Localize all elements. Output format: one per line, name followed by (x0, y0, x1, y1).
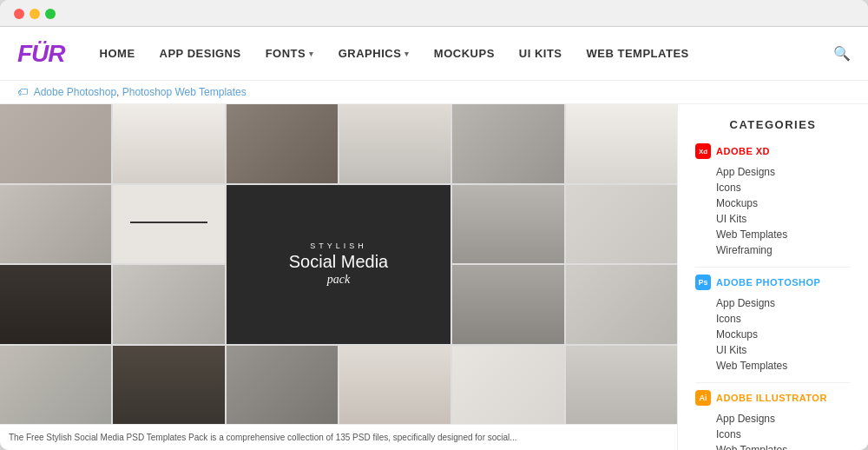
grid-cell-6 (566, 104, 677, 183)
chevron-down-icon: ▾ (309, 50, 314, 58)
xd-icons[interactable]: Icons (716, 180, 851, 195)
browser-window: FÜR HOME APP DESIGNS FONTS ▾ GRAPHICS ▾ … (0, 0, 868, 450)
browser-content: FÜR HOME APP DESIGNS FONTS ▾ GRAPHICS ▾ … (0, 27, 868, 450)
xd-mockups[interactable]: Mockups (716, 195, 851, 211)
hero-pack: pack (289, 273, 389, 287)
category-header-ai: Ai ADOBE ILLUSTRATOR (695, 390, 851, 406)
breadcrumb-link-web-templates[interactable]: Photoshop Web Templates (122, 86, 247, 98)
grid-cell-2 (113, 104, 224, 183)
grid-cell-12 (0, 265, 111, 344)
browser-chrome (0, 0, 868, 27)
search-icon[interactable]: 🔍 (833, 45, 851, 62)
xd-wireframing[interactable]: Wireframing (716, 242, 851, 258)
chevron-down-icon: ▾ (404, 50, 410, 58)
grid-cell-13 (113, 265, 224, 344)
image-grid: STYLISH Social Media pack (0, 104, 677, 424)
breadcrumb: 🏷 Adobe Photoshop, Photoshop Web Templat… (0, 81, 868, 104)
nav-item-fonts[interactable]: FONTS ▾ (266, 47, 314, 60)
nav-item-app-designs[interactable]: APP DESIGNS (160, 47, 241, 60)
grid-cell-hero: STYLISH Social Media pack (227, 185, 451, 344)
category-header-ps: Ps ADOBE PHOTOSHOP (695, 275, 851, 290)
ps-mockups[interactable]: Mockups (716, 327, 851, 342)
breadcrumb-link-photoshop[interactable]: Adobe Photoshop (34, 86, 116, 98)
grid-cell-21 (566, 346, 677, 425)
adobe-ai-badge: Ai (695, 390, 711, 406)
nav-item-mockups[interactable]: MOCKUPS (434, 47, 495, 60)
grid-cell-7 (0, 185, 111, 264)
xd-app-designs[interactable]: App Designs (716, 164, 851, 180)
grid-cell-5 (452, 104, 563, 183)
description-text: The Free Stylish Social Media PSD Templa… (0, 424, 677, 450)
tag-icon: 🏷 (17, 86, 28, 98)
nav-label-graphics: GRAPHICS (339, 47, 402, 60)
divider-2 (695, 382, 851, 383)
sidebar: CATEGORIES Xd ADOBE XD App Designs Icons… (677, 104, 868, 450)
ps-ui-kits[interactable]: UI Kits (716, 342, 851, 358)
category-items-xd: App Designs Icons Mockups UI Kits Web Te… (695, 164, 851, 258)
grid-cell-18 (227, 346, 338, 425)
grid-cell-8 (113, 185, 224, 264)
ai-app-designs[interactable]: App Designs (716, 411, 851, 427)
nav-item-web-templates[interactable]: WEB TEMPLATES (587, 47, 689, 60)
category-name-ps[interactable]: ADOBE PHOTOSHOP (716, 277, 820, 288)
sidebar-title: CATEGORIES (695, 118, 851, 131)
ai-icons[interactable]: Icons (716, 427, 851, 442)
grid-cell-4 (339, 104, 450, 183)
grid-cell-14 (452, 265, 563, 344)
grid-cell-20 (452, 346, 563, 425)
logo[interactable]: FÜR (17, 40, 65, 68)
close-button[interactable] (14, 9, 24, 19)
minimize-button[interactable] (30, 9, 40, 19)
grid-cell-15 (566, 265, 677, 344)
category-items-ps: App Designs Icons Mockups UI Kits Web Te… (695, 295, 851, 374)
nav-label-fonts: FONTS (266, 47, 306, 60)
category-group-ps: Ps ADOBE PHOTOSHOP App Designs Icons Moc… (695, 275, 851, 374)
category-name-ai[interactable]: ADOBE ILLUSTRATOR (716, 393, 827, 403)
social-media-pack-collage: STYLISH Social Media pack (0, 104, 677, 450)
content-area: STYLISH Social Media pack (0, 104, 677, 450)
nav-item-graphics[interactable]: GRAPHICS ▾ (339, 47, 410, 60)
category-group-xd: Xd ADOBE XD App Designs Icons Mockups UI… (695, 143, 851, 258)
ps-app-designs[interactable]: App Designs (716, 295, 851, 311)
maximize-button[interactable] (45, 9, 56, 19)
grid-cell-1 (0, 104, 111, 183)
grid-cell-19 (339, 346, 450, 425)
nav-item-ui-kits[interactable]: UI KITS (519, 47, 562, 60)
xd-ui-kits[interactable]: UI Kits (716, 211, 851, 227)
grid-cell-3 (227, 104, 338, 183)
category-header-xd: Xd ADOBE XD (695, 143, 851, 159)
ps-icons[interactable]: Icons (716, 311, 851, 327)
category-name-xd[interactable]: ADOBE XD (716, 146, 770, 156)
hero-social-media: Social Media (289, 252, 389, 271)
category-group-ai: Ai ADOBE ILLUSTRATOR App Designs Icons W… (695, 390, 851, 450)
ai-web-templates[interactable]: Web Templates (716, 442, 851, 450)
ps-web-templates[interactable]: Web Templates (716, 358, 851, 374)
divider-1 (695, 267, 851, 268)
category-items-ai: App Designs Icons Web Templates (695, 411, 851, 450)
adobe-xd-badge: Xd (695, 143, 711, 159)
grid-cell-17 (113, 346, 224, 425)
hero-text-block: STYLISH Social Media pack (289, 242, 389, 287)
adobe-ps-badge: Ps (695, 275, 711, 290)
nav-menu: HOME APP DESIGNS FONTS ▾ GRAPHICS ▾ MOCK… (100, 47, 833, 60)
xd-web-templates[interactable]: Web Templates (716, 227, 851, 242)
hero-stylish: STYLISH (289, 242, 389, 250)
traffic-lights (14, 9, 56, 19)
navbar: FÜR HOME APP DESIGNS FONTS ▾ GRAPHICS ▾ … (0, 27, 868, 81)
grid-cell-11 (566, 185, 677, 264)
main-content: STYLISH Social Media pack (0, 104, 868, 450)
nav-item-home[interactable]: HOME (100, 47, 135, 60)
grid-cell-10 (452, 185, 563, 264)
grid-cell-16 (0, 346, 111, 425)
